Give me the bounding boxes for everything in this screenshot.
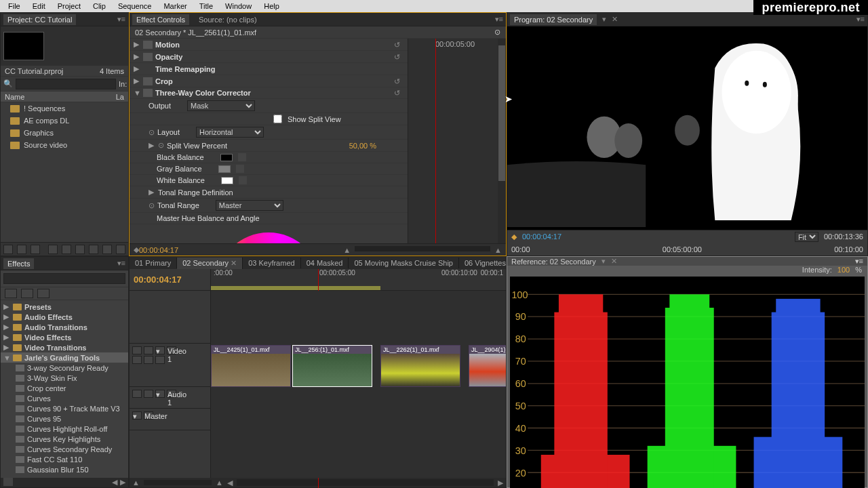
- bin-item[interactable]: ! Sequences: [1, 102, 128, 115]
- close-icon[interactable]: ✕: [612, 15, 618, 24]
- panel-menu-icon[interactable]: ▾≡: [856, 15, 865, 24]
- effect-controls-tab[interactable]: Effect Controls: [132, 14, 189, 25]
- col-label[interactable]: La: [116, 93, 124, 101]
- menu-clip[interactable]: Clip: [87, 1, 111, 12]
- new-bin-icon[interactable]: [3, 478, 13, 486]
- zoom-slider[interactable]: [144, 480, 212, 485]
- color-wheel[interactable]: [130, 224, 408, 243]
- reference-tab[interactable]: Reference: 02 Secondary: [511, 258, 596, 266]
- menu-sequence[interactable]: Sequence: [113, 1, 157, 12]
- fx-preset[interactable]: Gaussian Blur 150: [1, 464, 128, 474]
- sequence-tab[interactable]: 06 Vignettes: [459, 258, 506, 268]
- crop-effect[interactable]: Crop: [155, 77, 173, 85]
- white-swatch[interactable]: [221, 177, 233, 184]
- track-btn[interactable]: [144, 356, 153, 364]
- menu-marker[interactable]: Marker: [158, 1, 192, 12]
- track-btn[interactable]: [155, 356, 165, 364]
- anim-icon[interactable]: ⊙: [149, 201, 155, 210]
- timeline-clips-area[interactable]: JL__2425(1)_01.mxf JL__256:(1)_01.mxf JL…: [211, 291, 506, 478]
- eyedropper-icon[interactable]: [236, 165, 244, 173]
- panel-menu-icon[interactable]: ▾≡: [117, 259, 125, 268]
- auto-size-button[interactable]: [31, 245, 40, 254]
- menu-file[interactable]: File: [3, 1, 26, 12]
- scrollbar[interactable]: [498, 39, 506, 243]
- anim-icon[interactable]: ⊙: [149, 128, 155, 137]
- fx-icon[interactable]: [143, 41, 153, 49]
- fx-folder[interactable]: ▶Presets: [1, 302, 128, 312]
- fx-preset[interactable]: Curves 90 + Track Matte V3: [1, 403, 128, 413]
- fx-preset[interactable]: 3-way Secondary Ready: [1, 363, 128, 373]
- fx-folder[interactable]: ▼Jarle's Grading Tools: [1, 352, 128, 363]
- h-scrollbar[interactable]: [237, 479, 494, 486]
- opacity-effect[interactable]: Opacity: [155, 53, 182, 61]
- fx-folder[interactable]: ▶Video Transitions: [1, 342, 128, 352]
- panel-menu-icon[interactable]: ▾≡: [495, 15, 503, 24]
- master-track-header[interactable]: ▾Master: [130, 409, 210, 430]
- output-select[interactable]: Mask: [187, 100, 255, 111]
- menu-edit[interactable]: Edit: [27, 1, 51, 12]
- twirl-icon[interactable]: ▼: [134, 89, 140, 97]
- twirl-icon[interactable]: ▶: [134, 77, 140, 85]
- bin-item[interactable]: Graphics: [1, 127, 128, 139]
- fx-icon[interactable]: [143, 89, 153, 97]
- keyframe-nav-icon[interactable]: ◆: [134, 245, 139, 254]
- zoom-out-icon[interactable]: ▲: [343, 246, 351, 254]
- ec-playhead[interactable]: [435, 39, 436, 243]
- twirl-icon[interactable]: ▶: [134, 64, 140, 73]
- sequence-tab[interactable]: 04 Masked: [301, 258, 349, 268]
- fx-icon[interactable]: [143, 77, 153, 85]
- twirl-icon[interactable]: ▶: [149, 141, 155, 150]
- fx-preset[interactable]: Curves: [1, 393, 128, 403]
- track-btn[interactable]: [132, 356, 142, 364]
- reset-icon[interactable]: ↺: [394, 53, 403, 61]
- fx-preset[interactable]: Curves Secondary Ready: [1, 444, 128, 454]
- rgb-parade-scope[interactable]: 1009080706050403020100: [510, 277, 865, 488]
- panel-menu-icon[interactable]: ▾≡: [855, 257, 863, 266]
- scroll-left-icon[interactable]: ◀: [227, 479, 233, 487]
- bin-item[interactable]: Source video: [1, 139, 128, 151]
- close-icon[interactable]: ✕: [231, 259, 237, 267]
- scroll-right-icon[interactable]: ▶: [120, 478, 125, 487]
- fx-preset[interactable]: Curves Key Highlights: [1, 434, 128, 444]
- track-toggle-icon[interactable]: [132, 346, 142, 354]
- bin-item[interactable]: AE comps DL: [1, 115, 128, 127]
- timeline-clip[interactable]: JL__2904(1)_01.mxf: [469, 345, 506, 387]
- prev-button[interactable]: [102, 245, 112, 254]
- timeline-tc[interactable]: 00:00:04:17: [134, 274, 182, 285]
- fx-folder[interactable]: ▶Audio Effects: [1, 312, 128, 322]
- reset-icon[interactable]: ↺: [394, 89, 403, 97]
- fx-filter-icon[interactable]: [5, 289, 17, 298]
- fx-yuv-icon[interactable]: [37, 289, 50, 298]
- effects-search-input[interactable]: [3, 273, 125, 284]
- scroll-right-icon[interactable]: ▶: [498, 479, 503, 487]
- new-item-button[interactable]: [75, 245, 85, 254]
- effects-tab[interactable]: Effects: [3, 258, 34, 269]
- sequence-tab[interactable]: 05 Moving Masks Cruise Ship: [349, 258, 459, 268]
- icon-view-button[interactable]: [17, 245, 26, 254]
- audio-track-header[interactable]: ▾Audio 1: [130, 387, 210, 409]
- dropdown-icon[interactable]: ▾: [602, 15, 606, 24]
- fx-folder[interactable]: ▶Audio Transitions: [1, 322, 128, 332]
- fx-preset[interactable]: Fast CC Sat 110: [1, 454, 128, 464]
- delete-button[interactable]: [89, 245, 98, 254]
- menu-window[interactable]: Window: [220, 1, 257, 12]
- work-area-bar[interactable]: [211, 286, 380, 290]
- sequence-tab[interactable]: 03 Keyframed: [243, 258, 300, 268]
- fx-preset[interactable]: Curves 95: [1, 413, 128, 424]
- new-bin-button[interactable]: [62, 245, 71, 254]
- zoom-out-icon[interactable]: ▲: [132, 479, 140, 487]
- layout-select[interactable]: Horizontal: [196, 127, 264, 138]
- program-current-tc[interactable]: 00:00:04:17: [522, 232, 561, 241]
- menu-title[interactable]: Title: [194, 1, 218, 12]
- zoom-in-icon[interactable]: ▲: [494, 246, 502, 254]
- twirl-icon[interactable]: ▶: [134, 52, 140, 61]
- timeline-ruler[interactable]: :00:00 00:00:05:00 00:00:10:00 00:00:1: [211, 269, 506, 290]
- ec-current-tc[interactable]: 00:00:04:17: [139, 246, 178, 254]
- black-swatch[interactable]: [220, 154, 233, 161]
- twirl-icon[interactable]: ▶: [149, 188, 155, 197]
- find-button[interactable]: [48, 245, 58, 254]
- sequence-tab[interactable]: 01 Primary: [130, 258, 177, 268]
- show-hide-timeline-icon[interactable]: ⊙: [494, 28, 500, 37]
- eyedropper-icon[interactable]: [239, 176, 247, 184]
- close-icon[interactable]: ✕: [611, 257, 617, 266]
